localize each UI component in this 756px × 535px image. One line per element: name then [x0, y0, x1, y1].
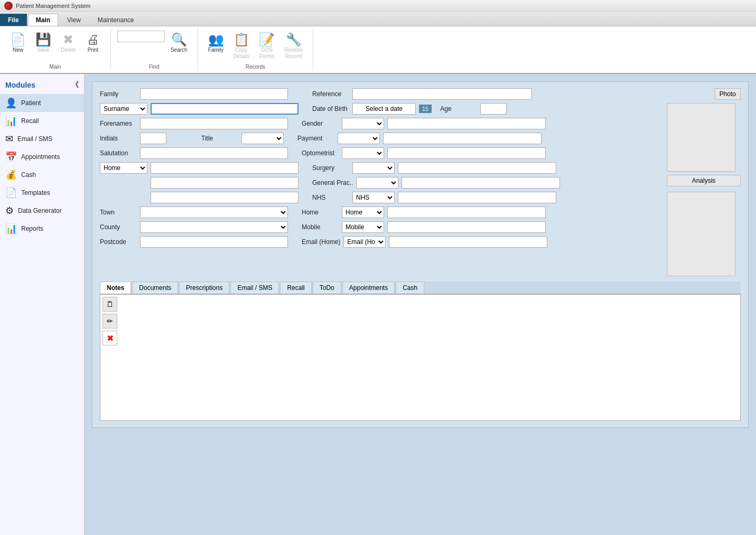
copy-details-button[interactable]: 📋 CopyDetails — [230, 31, 254, 62]
save-button[interactable]: 💾 Save — [32, 31, 55, 55]
email-home-input[interactable] — [389, 236, 547, 248]
search-input[interactable] — [117, 31, 165, 42]
reference-input[interactable] — [352, 88, 532, 100]
family-label: Family — [100, 90, 137, 98]
notes-toolbar: 🗒 ✏ ✖ — [102, 297, 119, 418]
tab-appointments[interactable]: Appointments — [342, 281, 395, 294]
dob-picker-button[interactable]: Select a date — [352, 103, 416, 115]
forenames-row: Forenames Gender MaleFemaleOther — [100, 118, 661, 129]
sidebar-item-reports[interactable]: 📊 Reports — [0, 220, 84, 238]
add-note-button[interactable]: 🗒 — [102, 297, 117, 312]
surname-type-select[interactable]: Surname Forename — [100, 103, 147, 115]
county-select[interactable] — [140, 221, 288, 233]
copy-details-label: CopyDetails — [234, 47, 250, 60]
gos-forms-icon: 📝 — [259, 33, 275, 46]
town-select[interactable] — [140, 207, 288, 218]
general-prac-select[interactable] — [356, 177, 398, 189]
analysis-box — [667, 192, 735, 276]
analysis-button[interactable]: Analysis — [667, 175, 741, 186]
address2-input[interactable] — [151, 177, 298, 189]
sidebar-item-templates[interactable]: 📄 Templates — [0, 184, 84, 202]
optometrist-value-input[interactable] — [387, 147, 546, 159]
data-generator-icon: ⚙ — [5, 205, 14, 217]
tab-email-sms[interactable]: Email / SMS — [230, 281, 279, 294]
initials-label: Initials — [100, 135, 137, 142]
tab-file[interactable]: File — [0, 14, 27, 26]
email-home-select[interactable]: Email (Home)Email (Work) — [343, 236, 386, 248]
nhs-value-input[interactable] — [398, 192, 556, 203]
email-home-label: Email (Home) — [302, 238, 340, 246]
postcode-input[interactable] — [140, 236, 288, 248]
address3-input[interactable] — [151, 192, 298, 203]
sidebar-item-data-generator[interactable]: ⚙ Data Generator — [0, 202, 84, 220]
surgery-value-input[interactable] — [398, 162, 556, 174]
town-label: Town — [100, 209, 137, 216]
tab-cash[interactable]: Cash — [396, 281, 424, 294]
optometrist-label: Optometrist — [302, 149, 339, 157]
address1-row: HomeWorkMobile Surgery — [100, 162, 661, 174]
gender-select[interactable]: MaleFemaleOther — [342, 118, 384, 129]
photo-area: Photo — [715, 88, 741, 100]
family-reference-row: Family Reference Photo — [100, 88, 741, 100]
new-button[interactable]: 📄 New — [6, 31, 30, 55]
town-row: Town Home HomeWorkMobile — [100, 207, 661, 218]
sidebar-item-patient[interactable]: 👤 Patient — [0, 94, 84, 112]
search-button[interactable]: 🔍 Search — [167, 31, 191, 54]
sidebar-data-generator-label: Data Generator — [18, 207, 62, 214]
optometrist-select[interactable] — [342, 147, 384, 159]
tab-main[interactable]: Main — [28, 14, 58, 26]
title-select[interactable]: MrMrsMissDr — [241, 133, 284, 144]
tab-view[interactable]: View — [59, 14, 89, 26]
sidebar-item-recall[interactable]: 📊 Recall — [0, 112, 84, 130]
delete-label: Delete — [61, 47, 76, 53]
forenames-input[interactable] — [140, 118, 288, 129]
tab-maintenance[interactable]: Maintenance — [90, 14, 142, 26]
title-bar-text: Patient Management System — [16, 3, 90, 9]
tab-prescriptions[interactable]: Prescriptions — [179, 281, 229, 294]
mobile-input[interactable] — [387, 221, 546, 233]
initials-input[interactable] — [140, 133, 166, 144]
sidebar-item-email-sms[interactable]: ✉ Email / SMS — [0, 130, 84, 148]
sidebar-item-cash[interactable]: 💰 Cash — [0, 166, 84, 184]
tab-todo[interactable]: ToDo — [313, 281, 341, 294]
left-form: Surname Forename Date of Birth Select a … — [100, 103, 661, 276]
payment-value-input[interactable] — [383, 133, 542, 144]
edit-note-button[interactable]: ✏ — [102, 314, 117, 328]
home-phone-input[interactable] — [387, 207, 546, 218]
delete-icon: ✖ — [63, 33, 73, 46]
tab-recall[interactable]: Recall — [280, 281, 311, 294]
new-icon: 📄 — [10, 33, 26, 46]
gos-forms-button[interactable]: 📝 GOSForms — [255, 31, 278, 62]
dob-label: Date of Birth — [312, 105, 349, 112]
sidebar-item-appointments[interactable]: 📅 Appointments — [0, 148, 84, 166]
gender-value-input[interactable] — [387, 118, 546, 129]
search-label: Search — [171, 47, 188, 53]
photo-button[interactable]: Photo — [715, 88, 741, 100]
dob-calendar-icon[interactable]: 15 — [419, 105, 432, 113]
tab-documents[interactable]: Documents — [132, 281, 178, 294]
sidebar-collapse-button[interactable]: 《 — [71, 80, 79, 90]
reference-label: Reference — [312, 90, 349, 98]
surname-input[interactable] — [151, 103, 298, 115]
restore-record-button[interactable]: 🔧 RestoreRecord — [281, 31, 306, 62]
surgery-select[interactable] — [352, 162, 395, 174]
print-button[interactable]: 🖨 Print — [82, 31, 104, 55]
find-group-label: Find — [149, 63, 159, 71]
salutation-input[interactable] — [140, 147, 288, 159]
family-input[interactable] — [140, 88, 288, 100]
delete-button[interactable]: ✖ Delete — [57, 31, 80, 55]
delete-note-button[interactable]: ✖ — [102, 331, 117, 345]
age-input[interactable] — [480, 103, 507, 115]
nhs-select[interactable]: NHS — [352, 192, 395, 203]
home-phone-select[interactable]: HomeWorkMobile — [342, 207, 384, 218]
postcode-label: Postcode — [100, 238, 137, 246]
address1-input[interactable] — [151, 162, 298, 174]
templates-icon: 📄 — [5, 187, 17, 199]
ribbon-tabs: File Main View Maintenance — [0, 12, 756, 26]
family-button[interactable]: 👥 Family — [204, 31, 228, 55]
payment-select[interactable]: NHSPrivate — [338, 133, 380, 144]
tab-notes[interactable]: Notes — [100, 281, 131, 294]
address-type-select[interactable]: HomeWorkMobile — [100, 162, 147, 174]
general-prac-value-input[interactable] — [402, 177, 560, 189]
mobile-select[interactable]: MobileHomeWork — [342, 221, 384, 233]
